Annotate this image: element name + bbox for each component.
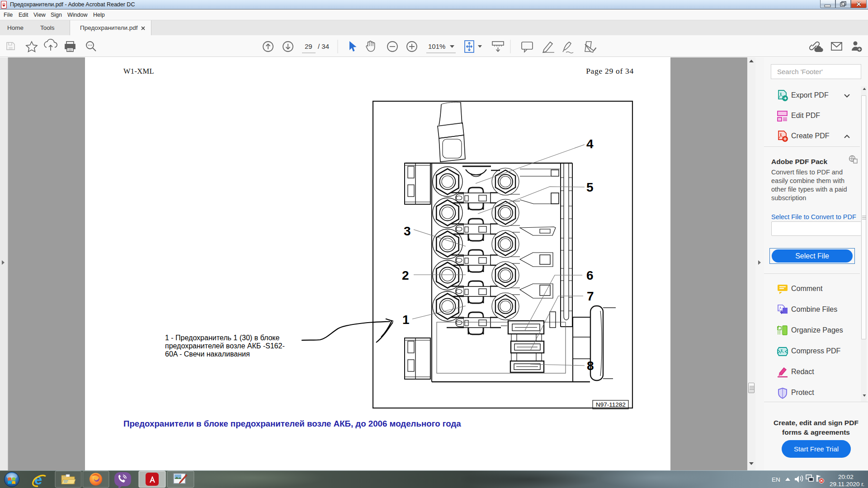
svg-text:20:02: 20:02 <box>838 474 854 480</box>
svg-text:101%: 101% <box>428 42 445 50</box>
svg-text:7: 7 <box>587 289 594 303</box>
svg-text:6: 6 <box>586 268 594 282</box>
svg-text:3: 3 <box>404 224 411 238</box>
svg-text:4: 4 <box>586 137 594 151</box>
svg-text:N97-11282: N97-11282 <box>596 401 626 408</box>
svg-text:e: e <box>34 472 42 488</box>
svg-text:2: 2 <box>402 268 409 282</box>
svg-text:5: 5 <box>586 180 594 194</box>
svg-text:8: 8 <box>587 359 594 373</box>
svg-text:/ 34: / 34 <box>318 42 329 50</box>
svg-text:29: 29 <box>305 42 312 50</box>
svg-text:29.11.2020 г.: 29.11.2020 г. <box>830 481 864 488</box>
svg-text:EN: EN <box>772 476 780 483</box>
svg-text:1: 1 <box>402 313 410 327</box>
